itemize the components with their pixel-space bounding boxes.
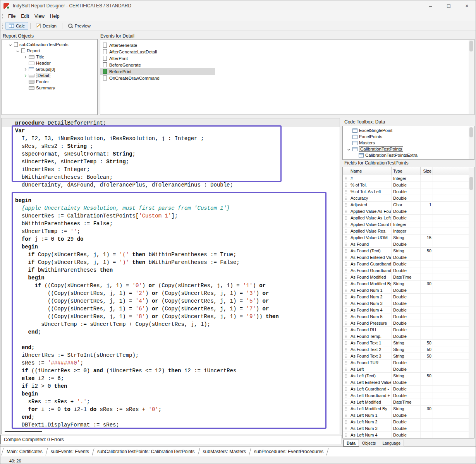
code-line-30[interactable]: end; — [15, 344, 340, 351]
code-line-21[interactable]: begin — [15, 274, 340, 282]
code-line-33[interactable]: if ((iUncertRes >= 0) and (iUncertRes <=… — [15, 367, 340, 375]
field-row-as-found[interactable]: As FoundDouble — [343, 241, 474, 248]
toolbox-item-masters[interactable]: Masters — [343, 140, 474, 146]
code-line-12[interactable]: {apple Uncertainty Resolution, must firs… — [15, 204, 340, 212]
code-line-11[interactable]: begin — [15, 197, 340, 204]
code-line-28[interactable]: end; — [15, 328, 340, 336]
drag-handle-icon[interactable] — [343, 287, 349, 293]
drag-handle-icon[interactable] — [343, 188, 349, 195]
toolbox-tab-objects[interactable]: Objects — [359, 440, 380, 447]
code-line-22[interactable]: if ((Copy(sUncertRes, j, 1) = '0') or (C… — [15, 282, 340, 289]
menu-edit[interactable]: Edit — [18, 12, 32, 20]
column-header-name[interactable]: Name — [343, 167, 392, 175]
doc-tab-main-certificates[interactable]: Main: Certificates — [3, 449, 46, 454]
drag-handle-icon[interactable] — [343, 412, 349, 418]
field-row-as-found-num-5[interactable]: As Found Num 5Double — [343, 313, 474, 320]
tree-chevron-right[interactable] — [23, 68, 27, 70]
code-line-39[interactable]: end; — [15, 413, 340, 421]
drag-handle-icon[interactable] — [343, 195, 349, 201]
code-line-10[interactable] — [15, 189, 340, 197]
code-line-17[interactable]: begin — [15, 243, 340, 251]
drag-handle-icon[interactable] — [343, 294, 349, 300]
drag-handle-icon[interactable] — [343, 281, 349, 287]
field-row-as-found-entered-valu[interactable]: As Found Entered ValuDouble — [343, 254, 474, 261]
code-line-14[interactable]: bWithinParentheses := False; — [15, 220, 340, 228]
field-row-as-left-text[interactable]: As Left (Text)String50 — [343, 373, 474, 379]
code-line-6[interactable]: sUncertRes, sUncertTemp : String; — [15, 158, 340, 166]
editor-hscrollbar-thumb[interactable] — [5, 431, 42, 432]
code-line-24[interactable]: ((Copy(sUncertRes, j, 1) = '4') or (Copy… — [15, 297, 340, 305]
code-line-31[interactable]: iUncertRes := StrToInt(sUncertTemp); — [15, 351, 340, 359]
field-row-as-left-num-3[interactable]: As Left Num 3Double — [343, 425, 474, 432]
drag-handle-icon[interactable] — [343, 327, 349, 333]
code-line-19[interactable]: if Copy(sUncertRes, j, 1) = ')' then bWi… — [15, 259, 340, 266]
event-item-afterprint[interactable]: AfterPrint — [100, 55, 215, 62]
drag-handle-icon[interactable] — [343, 261, 349, 267]
field-row-adjusted[interactable]: AdjustedChar1 — [343, 202, 474, 208]
minimize-button[interactable]: – — [421, 0, 440, 12]
toolbox-item-calibrationtestpointsextra[interactable]: CalibrationTestPointsExtra — [343, 152, 474, 158]
tree-item-report[interactable]: Report — [2, 48, 97, 54]
code-line-27[interactable]: sUncertTemp := sUncertTemp + Copy(sUncer… — [15, 320, 340, 328]
fields-scrollbar[interactable] — [469, 168, 474, 438]
code-line-32[interactable]: sRes := '#######0'; — [15, 359, 340, 367]
doc-tab-subevents-events[interactable]: subEvents: Events — [47, 449, 93, 454]
code-line-16[interactable]: for j := 0 to 29 do — [15, 235, 340, 243]
field-row-as-found-text[interactable]: As Found (Text)String50 — [343, 248, 474, 254]
field-row-as-found-text-3[interactable]: As Found Text 3String50 — [343, 353, 474, 360]
field-row-as-found-num-1[interactable]: As Found Num 1Double — [343, 287, 474, 294]
code-line-25[interactable]: ((Copy(sUncertRes, j, 1) = '6') or (Copy… — [15, 305, 340, 313]
event-item-aftergenerate[interactable]: AfterGenerate — [100, 42, 215, 48]
code-line-23[interactable]: ((Copy(sUncertRes, j, 1) = '2') or (Copy… — [15, 289, 340, 297]
field-row-applied-value-as-left[interactable]: Applied Value As LeftDouble — [343, 215, 474, 221]
drag-handle-icon[interactable] — [343, 221, 349, 228]
field-row-as-left-guardband[interactable]: As Left Guardband -Double — [343, 386, 474, 392]
drag-handle-icon[interactable] — [343, 208, 349, 214]
code-line-40[interactable]: DBText1.DisplayFormat := sRes; — [15, 421, 340, 429]
field-row-as-left-modified[interactable]: As Left ModifiedDateTime — [343, 399, 474, 406]
doc-tab-subcalibrationtestpoints-calibrationtestpoints[interactable]: subCalibrationTestPoints: CalibrationTes… — [93, 449, 198, 454]
field-row-as-found-guardband[interactable]: As Found GuardbandDouble — [343, 267, 474, 274]
field-row-of-tol-as-left[interactable]: % of Tol. As LeftDouble — [343, 188, 474, 195]
drag-handle-icon[interactable] — [343, 333, 349, 339]
code-line-37[interactable]: sRes := sRes + '.'; — [15, 398, 340, 406]
code-line-36[interactable]: begin — [15, 390, 340, 398]
drag-handle-icon[interactable] — [343, 353, 349, 359]
code-editor[interactable]: procedure DetailBeforePrint;Var I, I2, I… — [2, 118, 340, 434]
tab-preview[interactable]: Preview — [64, 22, 94, 30]
code-line-4[interactable]: sRes, sRes2 : String ; — [15, 142, 340, 150]
field-row-as-found-modified-by[interactable]: As Found Modified ByString30 — [343, 281, 474, 287]
drag-handle-icon[interactable] — [343, 340, 349, 346]
drag-handle-icon[interactable] — [343, 307, 349, 313]
field-row-applied-value-as-foun[interactable]: Applied Value As FounDouble — [343, 208, 474, 215]
code-line-29[interactable] — [15, 336, 340, 344]
field-row-[interactable]: #Integer — [343, 175, 474, 182]
code-line-9[interactable]: dUncertainty, dAsFound, dTolerancePlus, … — [15, 181, 340, 189]
event-item-oncreatedrawcommand[interactable]: OnCreateDrawCommand — [100, 75, 215, 81]
tree-item-subcalibrationtestpoints[interactable]: subCalibrationTestPoints — [2, 41, 97, 48]
fields-scrollbar-thumb[interactable] — [469, 177, 473, 190]
field-row-as-left-modified-by[interactable]: As Left Modified ByString30 — [343, 406, 474, 412]
tree-chevron-down[interactable] — [8, 44, 12, 46]
field-row-as-left[interactable]: As LeftDouble — [343, 366, 474, 373]
toolbox-tab-language[interactable]: Language — [379, 440, 404, 447]
tree-item-summary[interactable]: Summary — [2, 85, 97, 91]
toolbox-tab-data[interactable]: Data — [343, 440, 359, 447]
field-row-accuracy[interactable]: AccuracyDouble — [343, 195, 474, 202]
tree-item-detail[interactable]: Detail — [2, 72, 97, 79]
drag-handle-icon[interactable] — [343, 392, 349, 399]
field-row-as-found-temp[interactable]: As Found Temp.Double — [343, 333, 474, 340]
field-row-as-found-tur[interactable]: As Found TURDouble — [343, 360, 474, 366]
drag-handle-icon[interactable] — [343, 373, 349, 379]
maximize-button[interactable]: □ — [440, 0, 458, 12]
field-row-as-found-text-2[interactable]: As Found Text 2String50 — [343, 346, 474, 353]
drag-handle-icon[interactable] — [343, 248, 349, 254]
field-row-as-left-num-4[interactable]: As Left Num 4Double — [343, 432, 474, 438]
drag-handle-icon[interactable] — [343, 406, 349, 412]
field-row-as-found-num-3[interactable]: As Found Num 3Double — [343, 300, 474, 307]
code-line-35[interactable]: if i2 > 0 then — [15, 382, 340, 390]
field-row-applied-value-count-b[interactable]: Applied Value Count BInteger — [343, 221, 474, 228]
code-line-13[interactable]: sUncertRes := CalibrationTestPoints['Cus… — [15, 212, 340, 220]
field-row-as-left-num-2[interactable]: As Left Num 2Double — [343, 419, 474, 425]
toolbox-scrollbar[interactable] — [469, 127, 474, 159]
